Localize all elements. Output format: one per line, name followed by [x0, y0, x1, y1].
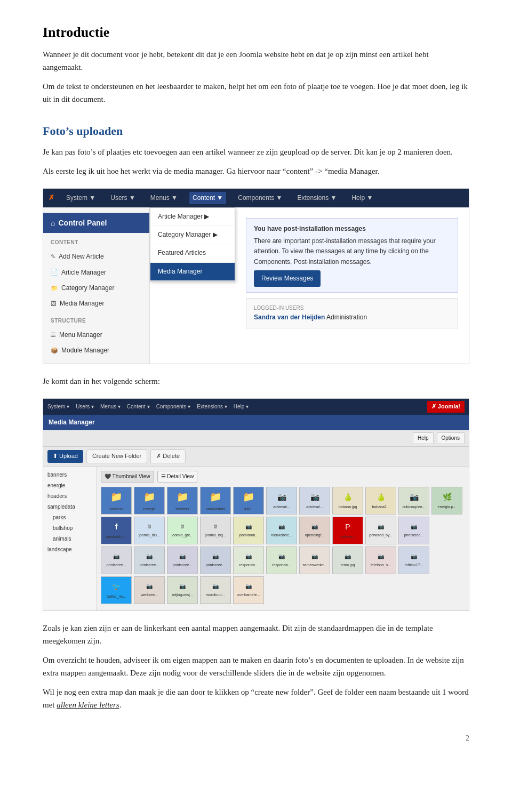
mm-toolbar: ⬆ Upload Create New Folder ✗ Delete: [43, 447, 469, 467]
thumb-banners[interactable]: 📁banners: [101, 487, 132, 514]
thumbnail-view-btn[interactable]: 🖤 Thumbnail View: [101, 471, 154, 483]
folder-icon: 📁: [51, 284, 58, 293]
thumb-printscree2[interactable]: 📷printscree...: [101, 546, 132, 574]
bottom-para1: Zoals je kan zien zijn er aan de linkerk…: [43, 622, 469, 647]
mm-nav-users: Users ▾: [76, 403, 94, 411]
thumb-nieuwsbrie[interactable]: 📷nieuwsbrie...: [266, 517, 297, 544]
joomla-main: Article Manager ▶ Category Manager ▶ Fea…: [150, 207, 469, 364]
thumb-samenwerke[interactable]: 📷samenwerke...: [299, 546, 330, 574]
mm-folder-sidebar: banners energie headers sampledata parks…: [43, 467, 97, 610]
thumb-zumbamete[interactable]: 📷zumbamete...: [233, 576, 264, 604]
mm-options-bar: Help Options: [43, 430, 469, 447]
sidebar-menu-manager[interactable]: ☰ Menu Manager: [43, 327, 149, 343]
thumb-facebook[interactable]: ffacebook-t...: [101, 517, 132, 544]
mm-upload-btn[interactable]: ⬆ Upload: [47, 450, 83, 463]
thumb-adjingumsj[interactable]: 📷adjingumsj...: [167, 576, 198, 604]
module-icon: 📦: [51, 346, 58, 356]
thumb-opendingt[interactable]: 📷opendingt...: [299, 517, 330, 544]
thumb-pinterest[interactable]: Ppinteres...: [332, 517, 363, 544]
mm-nav-help: Help ▾: [234, 403, 249, 411]
thumb-responsiv1[interactable]: 📷responsiv...: [233, 546, 264, 574]
nav-users[interactable]: Users ▼: [107, 192, 139, 204]
mm-delete-btn[interactable]: ✗ Delete: [150, 449, 186, 463]
dropdown-article-manager[interactable]: Article Manager ▶: [150, 208, 235, 226]
sidebar-add-article[interactable]: ✎ Add New Article: [43, 249, 149, 264]
home-icon: ⌂: [51, 217, 55, 229]
thumb-energie[interactable]: 📁energie: [134, 487, 165, 514]
intro-para2: Om de tekst te ondersteunen en het leesb…: [43, 80, 469, 106]
thumb-joomlarun[interactable]: 📷joomlarun...: [233, 517, 264, 544]
joomla-logo-badge: ✗ Joomla!: [427, 401, 465, 413]
media-manager-label: Media Manager: [60, 299, 104, 309]
message-box: You have post-installation messages Ther…: [246, 218, 458, 293]
nav-menus[interactable]: Menus ▼: [147, 192, 181, 204]
thumb-sampledata[interactable]: 📁sampledata: [200, 487, 231, 514]
thumb-twitter[interactable]: 🐦twitter_no...: [101, 576, 132, 604]
doc-icon: 📄: [51, 268, 58, 277]
sidebar-media-manager[interactable]: 🖼 Media Manager: [43, 296, 149, 311]
thumb-babana2[interactable]: 🍐babana2...: [365, 487, 396, 514]
thumb-printscree4[interactable]: 📷printscree...: [167, 546, 198, 574]
nav-system[interactable]: System ▼: [63, 192, 99, 204]
sidebar-category-manager[interactable]: 📁 Category Manager: [43, 280, 149, 296]
thumb-printscree3[interactable]: 📷printscree...: [134, 546, 165, 574]
thumb-responsiv2[interactable]: 📷responsiv...: [266, 546, 297, 574]
nav-extensions[interactable]: Extensions ▼: [294, 192, 340, 204]
folder-energie[interactable]: energie: [47, 480, 92, 491]
mm-grid-row1: 📁banners 📁energie 📁headers 📁sampledata 📁…: [101, 487, 465, 514]
thumb-telefoon[interactable]: 📷telefoon_s...: [365, 546, 396, 574]
mm-grid-row3: 📷printscree... 📷printscree... 📷printscre…: [101, 546, 465, 574]
content-section-label: CONTENT: [43, 233, 149, 249]
dropdown-featured-articles[interactable]: Featured Articles: [150, 244, 235, 262]
sidebar-module-manager[interactable]: 📦 Module Manager: [43, 343, 149, 358]
dropdown-category-manager[interactable]: Category Manager ▶: [150, 226, 235, 244]
folder-parks[interactable]: parks: [47, 512, 92, 523]
thumb-wordloud[interactable]: 📷wordloud...: [200, 576, 231, 604]
nav-help[interactable]: Help ▼: [348, 192, 376, 204]
joomla-sidebar: ⌂ Control Panel CONTENT ✎ Add New Articl…: [43, 207, 150, 364]
thumb-adviesnl2[interactable]: 📷adviesnl...: [299, 487, 330, 514]
message-text: There are important post-installation me…: [254, 236, 450, 267]
thumb-am[interactable]: 📁AM...: [233, 487, 264, 514]
folder-landscape[interactable]: landscape: [47, 544, 92, 555]
thumb-adviesnl1[interactable]: 📷adviesnl...: [266, 487, 297, 514]
folder-animals[interactable]: animals: [47, 534, 92, 544]
nav-content[interactable]: Content ▼: [189, 192, 226, 204]
mm-create-folder-btn[interactable]: Create New Folder: [86, 449, 147, 463]
thumb-powered-by[interactable]: 📷powered_by...: [365, 517, 396, 544]
thumb-joomla-blue[interactable]: 🗎joomla_blu...: [134, 517, 165, 544]
mm-options-btn[interactable]: Options: [437, 432, 465, 444]
thumb-printscree1[interactable]: 📷printscree...: [398, 517, 429, 544]
nav-components[interactable]: Components ▼: [235, 192, 285, 204]
sidebar-article-manager[interactable]: 📄 Article Manager: [43, 265, 149, 280]
review-messages-button[interactable]: Review Messages: [254, 270, 321, 287]
thumb-tofblou[interactable]: 📷tofblou17...: [398, 546, 429, 574]
thumb-headers[interactable]: 📁headers: [167, 487, 198, 514]
thumb-joomla-log[interactable]: 🗎joomla_log...: [200, 517, 231, 544]
thumb-joomla-green[interactable]: 🗎joomla_gre...: [167, 517, 198, 544]
mm-help-btn[interactable]: Help: [413, 432, 434, 444]
media-manager-screenshot: System ▾ Users ▾ Menus ▾ Content ▾ Compo…: [43, 398, 469, 610]
page-number: 2: [43, 733, 469, 744]
thumb-cubicouplee[interactable]: 📷cubicouplee...: [398, 487, 429, 514]
thumb-werkzee[interactable]: 📷werkzee...: [134, 576, 165, 604]
logged-in-label: LOGGED-IN USERS: [254, 304, 450, 312]
folder-bullshop[interactable]: bullshop: [47, 523, 92, 534]
add-article-label: Add New Article: [59, 252, 104, 262]
mm-nav-system: System ▾: [47, 403, 69, 411]
detail-view-btn[interactable]: ☰ Detail View: [157, 471, 198, 483]
dropdown-media-manager[interactable]: Media Manager: [150, 263, 235, 281]
joomla-body: ⌂ Control Panel CONTENT ✎ Add New Articl…: [43, 207, 469, 364]
logged-in-box: LOGGED-IN USERS Sandra van der Heijden A…: [246, 298, 458, 328]
thumb-babana[interactable]: 🍐babana.jpg: [332, 487, 363, 514]
bottom-para3-italic: alleen kleine letters: [57, 701, 119, 709]
folder-headers[interactable]: headers: [47, 491, 92, 502]
thumb-printscree5[interactable]: 📷printscree...: [200, 546, 231, 574]
mm-title: Media Manager: [49, 419, 95, 426]
mm-nav-components: Components ▾: [156, 403, 190, 411]
thumb-energia[interactable]: 🌿energia.p...: [431, 487, 462, 514]
thumb-team[interactable]: 📷team.jpg: [332, 546, 363, 574]
folder-banners[interactable]: banners: [47, 470, 92, 480]
folder-sampledata[interactable]: sampledata: [47, 502, 92, 512]
bottom-para3-end: .: [119, 701, 122, 709]
